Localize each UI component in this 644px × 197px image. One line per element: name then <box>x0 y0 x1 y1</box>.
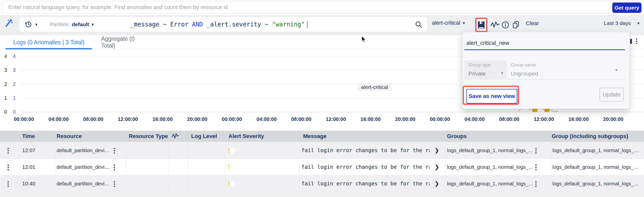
resource-kebab-icon[interactable] <box>114 148 115 154</box>
cell-resource: default_partition_devi… <box>57 176 111 192</box>
cell-resource: default_partition_devi… <box>57 142 111 158</box>
save-icon-annotation-box <box>475 18 487 32</box>
col-header-log-level[interactable]: Log Level <box>191 131 217 142</box>
save-icon[interactable] <box>478 21 485 29</box>
clear-button[interactable]: Clear <box>526 20 539 27</box>
x-tickmark <box>59 112 59 114</box>
view-selector-dropdown[interactable]: alert-critical ▾ <box>432 20 465 26</box>
table-row[interactable]: 12:01 default_partition_devi… ! fail log… <box>0 159 644 175</box>
x-tickmark <box>405 112 406 114</box>
update-button[interactable]: Update <box>599 88 624 102</box>
anomaly-waveform-icon[interactable] <box>490 21 500 29</box>
group-type-caret-icon: ▾ <box>501 71 503 75</box>
chart-kebab-menu-icon[interactable] <box>636 38 637 44</box>
get-query-button[interactable]: Get query <box>612 3 641 13</box>
chart-legend-label: alert-critical <box>361 84 388 90</box>
x-tick-label: 08:00:00 <box>291 116 311 122</box>
x-tick-label: 04:00:00 <box>465 116 485 122</box>
group-name-label: Group name <box>511 62 536 68</box>
copy-icon[interactable] <box>512 21 520 29</box>
query-history-icon[interactable] <box>24 20 32 28</box>
x-tickmark <box>24 112 24 114</box>
history-caret-icon[interactable]: ▾ <box>35 22 37 27</box>
expand-message-chevron-icon[interactable]: ❯ <box>435 159 439 175</box>
cell-groups: logs_default_group_1, normal_logs_… <box>447 142 533 158</box>
x-tick: 12:00:00 <box>530 116 558 124</box>
view-selector-value: alert-critical <box>432 20 460 26</box>
col-header-groups[interactable]: Groups <box>447 131 467 142</box>
col-header-anomaly-icon[interactable] <box>172 133 179 144</box>
resource-kebab-icon[interactable] <box>114 181 115 187</box>
view-name-input[interactable] <box>464 40 627 46</box>
x-tick-label: 20:00:00 <box>187 116 207 122</box>
x-tick: 20:00:00 <box>599 116 627 124</box>
x-tick-label: 20:00:00 <box>395 116 415 122</box>
save-as-new-view-button[interactable]: Save as new view <box>466 89 517 104</box>
group-name-underline <box>507 79 625 80</box>
query-input-box: ▾ Partition: default ▾ _message ~ Error … <box>19 17 428 32</box>
magic-wand-icon[interactable] <box>4 19 13 28</box>
x-tickmark <box>475 112 475 114</box>
next-row-partial <box>0 193 644 197</box>
col-header-resource[interactable]: Resource <box>57 131 82 142</box>
x-tickmark <box>267 112 267 114</box>
table-header: Time Resource Resource Type Log Level Al… <box>0 131 644 142</box>
save-view-popup: Group type Private ▾ Group name Ungroupe… <box>462 32 629 109</box>
group-name-caret-icon[interactable]: ▾ <box>615 68 618 72</box>
group-type-label: Group type <box>468 62 491 68</box>
groups-kebab-icon[interactable] <box>535 165 537 170</box>
x-tickmark <box>197 112 197 114</box>
expand-message-chevron-icon[interactable]: ❯ <box>435 142 439 158</box>
text-cursor <box>307 21 308 28</box>
x-tick: 00:00:00 <box>10 116 38 124</box>
query-keyword-and: AND <box>192 21 203 28</box>
x-tickmark <box>232 112 232 114</box>
x-tick-label: 16:00:00 <box>569 116 589 122</box>
group-type-select[interactable]: Group type Private ▾ <box>464 60 507 80</box>
col-header-alert-severity[interactable]: Alert Severity <box>228 131 264 142</box>
col-header-resource-type[interactable]: Resource Type <box>129 131 168 142</box>
active-tab-underline <box>6 48 92 49</box>
table-row[interactable]: 12:07 default_partition_devi… ! fail log… <box>0 142 644 158</box>
cell-groups: logs_default_group_1, normal_logs_… <box>447 159 533 175</box>
x-tick: 16:00:00 <box>357 116 384 124</box>
x-tick-label: 00:00:00 <box>14 116 34 122</box>
tab-aggregate[interactable]: Aggregate (0 Total) <box>101 35 149 49</box>
groups-kebab-icon[interactable] <box>535 148 537 154</box>
row-kebab-icon[interactable] <box>8 181 9 187</box>
x-tick-label: 12:00:00 <box>534 116 554 122</box>
col-header-message[interactable]: Message <box>303 131 327 142</box>
group-name-value[interactable]: Ungrouped <box>511 71 538 77</box>
x-tick: 20:00:00 <box>391 116 419 124</box>
x-tickmark <box>163 112 163 114</box>
partition-value[interactable]: default <box>72 21 89 27</box>
time-range-dropdown[interactable]: Last 3 days ▾ <box>604 20 639 26</box>
anomaly-bar <box>532 108 537 112</box>
col-header-group-including-subgroups[interactable]: Group (including subgroups) <box>552 131 628 142</box>
tab-aggregate-label: Aggregate (0 Total) <box>101 36 149 49</box>
x-tickmark <box>579 112 579 114</box>
x-tick: 04:00:00 <box>461 116 489 124</box>
row-kebab-icon[interactable] <box>8 148 9 154</box>
info-icon[interactable] <box>502 21 509 29</box>
partition-caret-icon[interactable]: ▾ <box>92 22 94 27</box>
table-row[interactable]: 10:40 default_partition_devi… ! fail log… <box>0 176 644 192</box>
nl-query-input[interactable] <box>2 1 641 14</box>
x-tick: 12:00:00 <box>322 116 350 124</box>
chart-legend: alert-critical <box>357 83 392 91</box>
gridline <box>20 112 644 112</box>
partition-label: Partition: <box>50 22 70 27</box>
expand-message-chevron-icon[interactable]: ❯ <box>435 176 439 192</box>
col-header-time[interactable]: Time <box>22 131 35 142</box>
x-tick: 04:00:00 <box>253 116 280 124</box>
cell-groups: logs_default_group_1, normal_logs_… <box>447 176 533 192</box>
resource-kebab-icon[interactable] <box>114 165 115 170</box>
search-icon[interactable] <box>415 21 423 29</box>
cell-time: 12:01 <box>22 159 35 175</box>
row-kebab-icon[interactable] <box>8 165 9 170</box>
mouse-cursor <box>361 36 367 43</box>
query-expression[interactable]: _message ~ Error AND _alert.severity ~ "… <box>108 14 308 35</box>
tab-logs[interactable]: Logs (0 Anomalies | 3 Total) <box>6 35 92 49</box>
groups-kebab-icon[interactable] <box>535 181 537 187</box>
cell-resource: default_partition_devi… <box>57 159 111 175</box>
